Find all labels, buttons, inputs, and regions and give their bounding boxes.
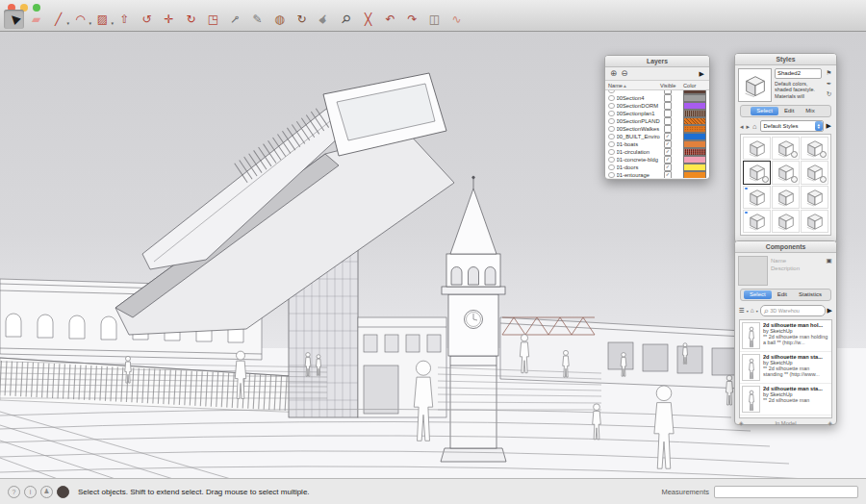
components-tab-edit[interactable]: Edit — [772, 290, 793, 299]
styles-details-button[interactable]: ▶ — [827, 122, 831, 130]
layer-color-swatch[interactable] — [683, 102, 706, 110]
select-tool[interactable]: ▶ — [4, 10, 24, 29]
style-description-field[interactable]: Default colors, shaded facestyle. Materi… — [775, 81, 822, 100]
style-name-field[interactable]: Shaded2 — [775, 68, 822, 79]
follow-me-tool[interactable]: ↺ — [137, 10, 157, 29]
layer-visible-checkbox[interactable]: ✓ — [664, 133, 672, 140]
remove-layer-button[interactable]: ⊖ — [621, 69, 627, 78]
styles-back-button[interactable]: ◂ — [740, 123, 744, 130]
rotate-tool[interactable]: ↻ — [181, 10, 201, 29]
layer-visible-checkbox[interactable] — [664, 110, 672, 117]
layer-row[interactable]: 00SectionDORM — [605, 102, 709, 110]
rectangle-tool[interactable]: ▨▾ — [92, 10, 113, 29]
add-layer-button[interactable]: ⊕ — [610, 69, 617, 78]
info-icon[interactable]: i — [24, 486, 37, 498]
sort-by-name-header[interactable]: Name▴ — [608, 83, 660, 88]
arc-tool[interactable]: ◠▾ — [70, 10, 90, 29]
layer-active-radio[interactable] — [608, 126, 615, 133]
components-panel-title[interactable]: Components — [735, 241, 836, 253]
layer-active-radio[interactable] — [608, 157, 615, 164]
styles-collection-dropdown[interactable]: Default Styles ▲▼ — [760, 120, 824, 132]
layer-color-swatch[interactable] — [683, 140, 706, 148]
walk-tool[interactable]: ∿ — [446, 10, 467, 29]
layer-color-swatch[interactable] — [683, 133, 706, 140]
layer-visible-checkbox[interactable]: ✓ — [664, 171, 672, 178]
line-tool[interactable]: ╱▾ — [48, 10, 68, 29]
layer-active-radio[interactable] — [608, 103, 615, 110]
styles-tab-select[interactable]: Select — [751, 107, 778, 115]
context-icon[interactable] — [57, 486, 69, 498]
layer-row[interactable]: 01-circulation ✓ — [605, 148, 709, 156]
layer-visible-checkbox[interactable] — [664, 90, 672, 94]
layer-active-radio[interactable] — [608, 134, 615, 140]
component-item[interactable]: 2d silhouette man hol... by SketchUp ** … — [740, 320, 831, 352]
components-details-button[interactable]: ▶ — [828, 307, 832, 315]
style-thumbnail[interactable] — [772, 186, 800, 209]
previous-tool[interactable]: ↶ — [380, 10, 400, 29]
style-thumbnail[interactable] — [743, 186, 771, 209]
styles-tab-mix[interactable]: Mix — [800, 107, 820, 115]
components-search-input[interactable]: ⚲ 3D Warehou — [760, 305, 826, 316]
style-thumbnail[interactable] — [801, 137, 828, 160]
zoom-tool[interactable]: ⚲ — [336, 10, 356, 29]
layer-visible-checkbox[interactable]: ✓ — [664, 156, 672, 164]
layer-row[interactable]: 01-doors ✓ — [605, 164, 709, 171]
style-brush-icon[interactable]: ✒ — [827, 80, 831, 88]
tape-measure-tool[interactable]: ⊸ — [225, 10, 245, 29]
layer-color-swatch[interactable] — [683, 90, 706, 94]
layer-row[interactable]: 01-entourage ✓ — [605, 171, 709, 178]
pan-tool[interactable]: ☛ — [314, 10, 334, 29]
style-refresh-icon[interactable]: ↻ — [827, 90, 831, 98]
components-tab-statistics[interactable]: Statistics — [793, 290, 828, 299]
layer-color-swatch[interactable] — [683, 117, 706, 125]
style-tag-icon[interactable]: ⚑ — [827, 69, 832, 77]
style-thumbnail[interactable] — [772, 161, 800, 184]
orbit-tool[interactable]: ↻ — [292, 10, 312, 29]
styles-forward-button[interactable]: ▸ — [747, 123, 751, 130]
component-item[interactable]: 2d silhouette man sta... by SketchUp ** … — [740, 352, 831, 384]
layer-row[interactable]: 00SectionPLAND — [605, 117, 709, 125]
layer-color-swatch[interactable] — [683, 148, 706, 156]
eraser-tool[interactable]: ▰ — [26, 10, 46, 29]
layer-visible-checkbox[interactable] — [664, 117, 672, 125]
layer-visible-checkbox[interactable] — [664, 102, 672, 110]
style-thumbnail[interactable] — [743, 137, 771, 160]
layers-panel-title[interactable]: Layers — [605, 56, 709, 67]
style-thumbnail[interactable] — [801, 210, 828, 233]
help-icon[interactable]: ? — [8, 486, 20, 498]
layer-active-radio[interactable] — [608, 149, 615, 156]
layer-visible-checkbox[interactable] — [664, 125, 672, 133]
layer-row[interactable]: 00SectionWalkes — [605, 125, 709, 133]
layer-active-radio[interactable] — [608, 118, 615, 125]
section-plane-tool[interactable]: ◫ — [424, 10, 445, 29]
layer-active-radio[interactable] — [608, 90, 615, 93]
layer-color-swatch[interactable] — [683, 156, 706, 164]
component-badge-icon[interactable]: ▣ — [826, 257, 831, 265]
layer-active-radio[interactable] — [608, 172, 615, 178]
layer-visible-checkbox[interactable]: ✓ — [664, 164, 672, 171]
layer-row[interactable]: 00Section4 — [605, 94, 709, 102]
layer-visible-checkbox[interactable]: ✓ — [664, 148, 672, 156]
layer-color-swatch[interactable] — [683, 164, 706, 171]
styles-home-icon[interactable]: ⌂ — [752, 122, 757, 131]
view-options-icon[interactable]: ☰ — [739, 308, 745, 315]
move-tool[interactable]: ✛ — [159, 10, 179, 29]
layer-visible-checkbox[interactable] — [664, 94, 672, 102]
styles-panel-title[interactable]: Styles — [735, 54, 836, 65]
layer-row[interactable]: 00_BUILT_Enviro ✓ — [605, 133, 709, 140]
layer-active-radio[interactable] — [608, 111, 615, 117]
visible-column-header[interactable]: Visible — [660, 83, 683, 88]
components-home-icon[interactable]: ⌂ — [751, 308, 754, 315]
styles-tab-edit[interactable]: Edit — [778, 107, 800, 115]
zoom-extents-tool[interactable]: ╳ — [358, 10, 378, 29]
layer-row[interactable]: 00Sectionplan1 — [605, 110, 709, 117]
layers-details-button[interactable]: ▶ — [700, 70, 704, 78]
color-column-header[interactable]: Color — [683, 83, 706, 88]
layer-color-swatch[interactable] — [683, 125, 706, 133]
text-tool[interactable]: ✎ — [247, 10, 267, 29]
scale-tool[interactable]: ◳ — [203, 10, 223, 29]
paint-bucket-tool[interactable]: ◍ — [269, 10, 290, 29]
person-icon[interactable]: ♟ — [40, 486, 53, 498]
layer-color-swatch[interactable] — [683, 94, 706, 102]
layer-visible-checkbox[interactable]: ✓ — [664, 140, 672, 148]
